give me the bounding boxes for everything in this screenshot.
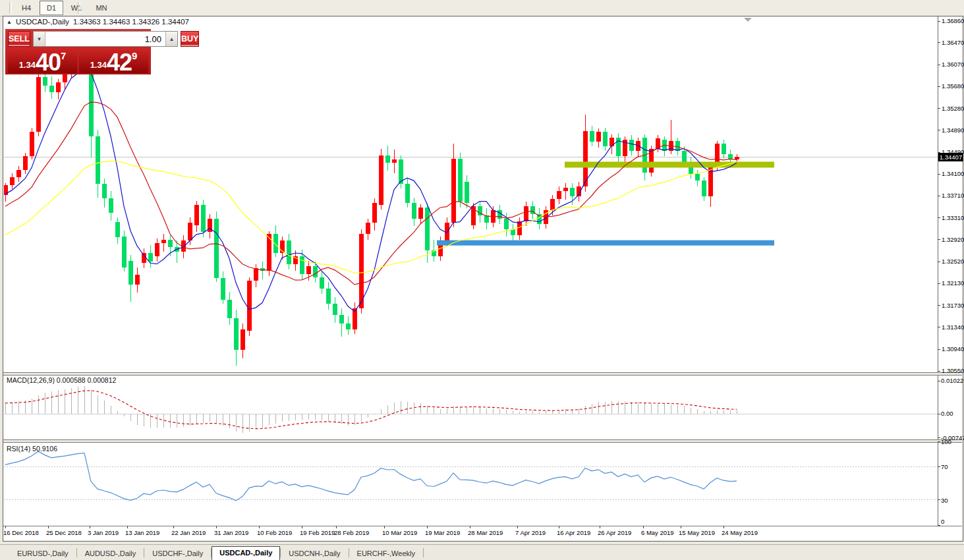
price-axis-label: 1.35680 — [942, 82, 964, 90]
price-axis-label: 1.35280 — [942, 105, 964, 112]
price-axis-label: 1.34890 — [942, 126, 964, 134]
chart-tab-audusd-daily[interactable]: AUDUSD-,Daily — [77, 547, 144, 560]
scroll-marker-icon[interactable] — [744, 18, 752, 22]
date-axis-label: 3 Jan 2019 — [88, 529, 119, 536]
rsi-axis-label: 100 — [941, 438, 964, 445]
volume-down-button[interactable]: ▼ — [34, 32, 45, 46]
date-axis-label: 10 Feb 2019 — [257, 529, 292, 536]
rsi-axis-label: 30 — [941, 497, 964, 504]
chart-tab-usdchf-daily[interactable]: USDCHF-,Daily — [144, 547, 211, 560]
macd-axis-label: 0.00 — [941, 410, 964, 417]
date-axis-label: 10 Mar 2019 — [382, 529, 417, 536]
macd-axis-label: 0.010229 — [941, 377, 964, 384]
price-axis-label: 1.36860 — [942, 17, 964, 24]
date-axis-label: 28 Feb 2019 — [334, 529, 369, 536]
date-axis-label: 19 Mar 2019 — [425, 529, 460, 536]
price-axis-label: 1.30550 — [942, 367, 964, 374]
date-axis-label: 16 Dec 2018 — [3, 529, 39, 536]
chart-symbol: USDCAD-,Daily — [16, 18, 69, 26]
date-axis-label: 24 May 2019 — [722, 529, 758, 536]
price-axis-label: 1.34100 — [942, 170, 964, 177]
date-axis-label: 16 Apr 2019 — [557, 529, 590, 536]
sell-price-main: 40 — [36, 53, 61, 72]
price-axis-label: 1.32130 — [942, 279, 964, 287]
rsi-label: RSI(14) 50.9106 — [7, 445, 57, 453]
date-axis-label: 15 May 2019 — [679, 529, 715, 536]
macd-signal-line — [5, 391, 737, 429]
date-axis-label: 28 Mar 2019 — [468, 529, 503, 536]
date-axis-label: 13 Jan 2019 — [125, 529, 159, 536]
ma-fast-line — [5, 65, 737, 312]
one-click-trading-panel: SELL ▼ ▲ BUY 1.34 40 7 1.34 42 9 — [5, 29, 151, 74]
tab-separator — [423, 548, 424, 557]
candlestick-series — [3, 34, 739, 366]
sell-price-prefix: 1.34 — [19, 60, 36, 70]
price-axis-label: 1.31340 — [942, 323, 964, 331]
price-axis-label: 1.31730 — [942, 302, 964, 309]
ma-slow-line — [5, 161, 737, 273]
price-axis-label: 1.36470 — [942, 39, 964, 46]
app: H4D1W1MN ▲ USDCAD-,Daily 1.34363 1.34463… — [0, 0, 964, 560]
volume-input[interactable] — [45, 32, 165, 46]
trade-panel-row: SELL ▼ ▲ BUY — [5, 29, 151, 48]
date-axis-label: 26 Apr 2019 — [598, 529, 631, 536]
date-axis-label: 19 Feb 2019 — [300, 529, 335, 536]
chart-canvas[interactable] — [0, 0, 964, 560]
macd-histogram — [5, 386, 737, 434]
price-axis-label: 1.32520 — [942, 258, 964, 265]
date-axis-label: 31 Jan 2019 — [214, 529, 248, 536]
buy-button[interactable]: BUY — [181, 31, 199, 47]
sell-price-sup: 7 — [61, 50, 66, 61]
current-price-tag: 1.34407 — [938, 153, 963, 161]
price-axis-label: 1.32920 — [942, 236, 964, 243]
buy-quote[interactable]: 1.34 42 9 — [79, 48, 148, 73]
collapse-icon[interactable]: ▲ — [7, 19, 12, 25]
rsi-axis-label: 0 — [941, 518, 964, 525]
sell-quote[interactable]: 1.34 40 7 — [8, 48, 77, 73]
chart-tab-usdcnh-daily[interactable]: USDCNH-,Daily — [281, 547, 348, 560]
price-axis-label: 1.36070 — [942, 61, 964, 68]
price-axis-label: 1.33310 — [942, 214, 964, 221]
buy-price-main: 42 — [107, 53, 132, 72]
chart-tab-eurchf-weekly[interactable]: EURCHF-,Weekly — [349, 547, 423, 560]
date-axis-label: 25 Dec 2018 — [46, 529, 82, 536]
rsi-line — [5, 451, 737, 501]
resistance-line[interactable] — [565, 161, 774, 167]
quote-row: 1.34 40 7 1.34 42 9 — [5, 48, 151, 73]
chart-tab-bar: EURUSD-,DailyAUDUSD-,DailyUSDCHF-,DailyU… — [0, 544, 964, 560]
support-line[interactable] — [437, 240, 774, 246]
date-axis-label: 7 Apr 2019 — [515, 529, 546, 536]
chart-ohlc: 1.34363 1.34463 1.34326 1.34407 — [73, 18, 189, 26]
sell-button[interactable]: SELL — [8, 31, 30, 47]
buy-price-sup: 9 — [132, 50, 137, 61]
price-axis-label: 1.30940 — [942, 345, 964, 352]
buy-price-prefix: 1.34 — [90, 60, 107, 70]
date-axis-label: 22 Jan 2019 — [171, 529, 206, 536]
volume-up-button[interactable]: ▲ — [165, 32, 177, 46]
pane-borders — [3, 16, 962, 526]
chart-tab-usdcad-daily[interactable]: USDCAD-,Daily — [212, 546, 280, 560]
rsi-axis-label: 70 — [941, 463, 964, 470]
price-axis-label: 1.33710 — [942, 192, 964, 199]
date-axis-label: 6 May 2019 — [641, 529, 674, 536]
volume-stepper: ▼ ▲ — [33, 31, 178, 47]
macd-label: MACD(12,26,9) 0.000588 0.000812 — [7, 376, 116, 384]
axis-ticks — [5, 21, 940, 528]
chart-header: ▲ USDCAD-,Daily 1.34363 1.34463 1.34326 … — [7, 18, 189, 26]
chart-tab-eurusd-daily[interactable]: EURUSD-,Daily — [9, 547, 76, 560]
